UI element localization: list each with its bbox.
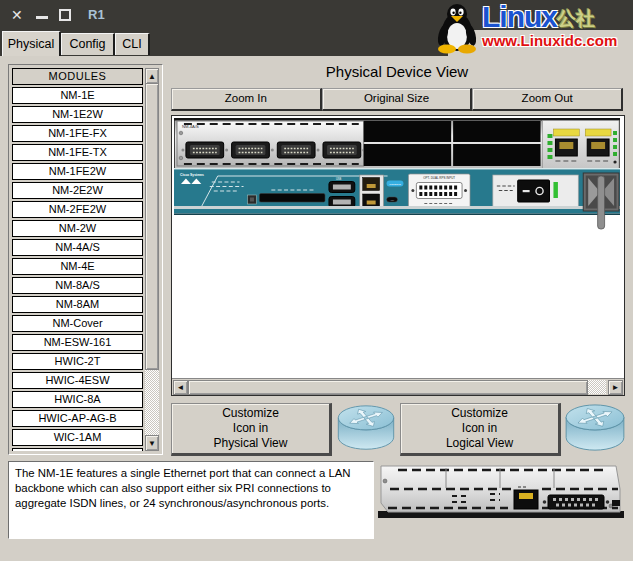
titlebar: ✕ R1	[0, 0, 633, 30]
fe0-1-port	[587, 139, 609, 156]
window-title: R1	[88, 7, 105, 22]
aux-badge: AUX	[387, 197, 398, 202]
svg-text:Cisco Systems: Cisco Systems	[180, 173, 204, 177]
svg-text:OPT. DUAL RPS INPUT: OPT. DUAL RPS INPUT	[423, 176, 455, 180]
module-item[interactable]: NM-4E	[12, 258, 143, 275]
module-item[interactable]: NM-Cover	[12, 315, 143, 332]
fastethernet-ports	[543, 121, 619, 169]
customize-icon-logical-button[interactable]: Customize Icon in Logical View	[400, 403, 561, 456]
tab-physical[interactable]: Physical	[2, 31, 61, 57]
scrollbar-thumb[interactable]	[145, 83, 159, 370]
small-connector	[612, 500, 620, 506]
physical-device-view-title: Physical Device View	[171, 63, 623, 80]
zoom-in-button[interactable]: Zoom In	[171, 88, 322, 111]
rps-input-panel: OPT. DUAL RPS INPUT	[408, 174, 470, 208]
scroll-down-icon[interactable]: ▼	[145, 435, 159, 451]
module-item[interactable]: NM-1E	[12, 87, 143, 104]
svg-text:CONSOLE: CONSOLE	[389, 183, 401, 186]
module-item[interactable]: NM-8AM	[12, 296, 143, 313]
module-item[interactable]: NM-2E2W	[12, 182, 143, 199]
module-item[interactable]: NM-2FE2W	[12, 201, 143, 218]
modules-scrollbar[interactable]: ▲ ▼	[145, 68, 159, 451]
scrollbar-track[interactable]	[145, 369, 159, 437]
power-led	[553, 182, 557, 198]
device-view-hscrollbar[interactable]: ◄ ►	[172, 378, 624, 395]
scroll-right-icon[interactable]: ►	[608, 380, 623, 395]
modules-list: MODULES NM-1ENM-1E2WNM-1FE-FXNM-1FE-TXNM…	[12, 68, 143, 451]
maximize-icon[interactable]	[59, 9, 71, 21]
router-rear-panel-image: NM-4A/S	[174, 118, 620, 230]
fe0-1-label	[585, 129, 611, 136]
module-preview-image	[368, 459, 630, 523]
svg-text:USB: USB	[336, 177, 342, 181]
installed-module-nm4as: NM-4A/S	[177, 121, 365, 166]
module-item[interactable]: HWIC-8A	[12, 391, 143, 408]
close-icon[interactable]: ✕	[11, 7, 23, 23]
scrollbar-thumb[interactable]	[188, 380, 588, 395]
tab-cli[interactable]: CLI	[115, 33, 150, 55]
power-cable	[598, 176, 605, 229]
scroll-up-icon[interactable]: ▲	[145, 68, 159, 84]
modules-panel: MODULES NM-1ENM-1E2WNM-1FE-FXNM-1FE-TXNM…	[8, 64, 163, 455]
original-size-button[interactable]: Original Size	[322, 88, 473, 111]
tab-bar: Physical Config CLI	[0, 30, 633, 56]
module-item-partial[interactable]	[12, 448, 143, 451]
modules-header: MODULES	[12, 68, 143, 85]
console-aux-ports	[360, 175, 384, 209]
module-item[interactable]: NM-2W	[12, 220, 143, 237]
module-item[interactable]: HWIC-AP-AG-B	[12, 410, 143, 427]
aui-port	[543, 495, 610, 509]
module-item[interactable]: NM-4A/S	[12, 239, 143, 256]
module-item[interactable]: HWIC-2T	[12, 353, 143, 370]
ethernet-port	[514, 487, 538, 509]
console-badge: CONSOLE	[387, 181, 404, 187]
module-item[interactable]: WIC-1AM	[12, 429, 143, 446]
module-item[interactable]: HWIC-4ESW	[12, 372, 143, 389]
module-item[interactable]: NM-1E2W	[12, 106, 143, 123]
module-item[interactable]: NM-1FE-TX	[12, 144, 143, 161]
tab-config[interactable]: Config	[61, 33, 115, 55]
svg-text:AUX: AUX	[390, 199, 395, 201]
fe0-0-port	[555, 139, 577, 156]
physical-tab-pane: MODULES NM-1ENM-1E2WNM-1FE-FXNM-1FE-TXNM…	[0, 56, 633, 561]
usb-ports: USB	[329, 177, 355, 208]
minimize-icon[interactable]	[36, 7, 48, 19]
zoom-out-button[interactable]: Zoom Out	[472, 88, 623, 111]
router-physical-window: ✕ R1 Linux公社 www.Linuxidc.com Physical	[0, 0, 633, 561]
module-item[interactable]: NM-1FE2W	[12, 163, 143, 180]
module-description-text[interactable]: The NM-1E features a single Ethernet por…	[8, 461, 374, 539]
customize-icon-physical-button[interactable]: Customize Icon in Physical View	[171, 403, 332, 456]
module-item[interactable]: NM-ESW-161	[12, 334, 143, 351]
scroll-left-icon[interactable]: ◄	[173, 380, 188, 395]
module-item[interactable]: NM-8A/S	[12, 277, 143, 294]
scrollbar-track[interactable]	[587, 380, 606, 394]
router-icon	[562, 403, 628, 453]
device-view-canvas: NM-4A/S	[171, 115, 625, 396]
module-item[interactable]: NM-1FE-FX	[12, 125, 143, 142]
power-switch[interactable]	[518, 180, 550, 202]
fe0-0-label	[553, 129, 579, 136]
zoom-controls: Zoom In Original Size Zoom Out	[171, 88, 623, 111]
router-icon	[335, 404, 397, 452]
power-section	[493, 175, 578, 207]
